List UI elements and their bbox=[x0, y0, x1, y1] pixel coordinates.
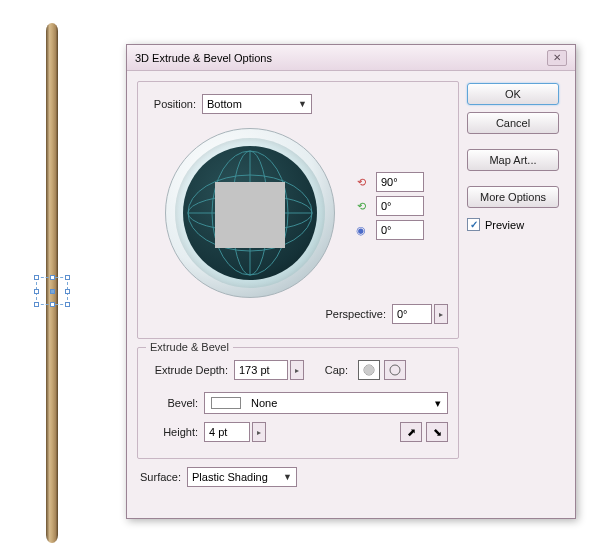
perspective-input[interactable]: 0° bbox=[392, 304, 432, 324]
bevel-in-button[interactable]: ⬈ bbox=[400, 422, 422, 442]
cap-label: Cap: bbox=[312, 364, 354, 376]
depth-stepper[interactable]: ▸ bbox=[290, 360, 304, 380]
map-art-button[interactable]: Map Art... bbox=[467, 149, 559, 171]
chevron-down-icon: ▼ bbox=[283, 472, 292, 482]
position-label: Position: bbox=[148, 98, 202, 110]
chevron-down-icon: ▼ bbox=[298, 99, 307, 109]
perspective-label: Perspective: bbox=[325, 308, 392, 320]
bevel-dropdown[interactable]: None ▾ bbox=[204, 392, 448, 414]
rotate-z-input[interactable]: 0° bbox=[376, 220, 424, 240]
extrude-bevel-legend: Extrude & Bevel bbox=[146, 341, 233, 353]
cancel-button[interactable]: Cancel bbox=[467, 112, 559, 134]
preview-cube-face bbox=[215, 182, 285, 248]
svg-point-9 bbox=[390, 365, 400, 375]
perspective-stepper[interactable]: ▸ bbox=[434, 304, 448, 324]
bevel-swatch-icon bbox=[211, 397, 241, 409]
cap-off-button[interactable] bbox=[384, 360, 406, 380]
chevron-down-icon: ▾ bbox=[435, 397, 441, 410]
rotate-z-icon: ◉ bbox=[352, 224, 370, 237]
checkmark-icon: ✓ bbox=[467, 218, 480, 231]
bevel-label: Bevel: bbox=[148, 397, 204, 409]
3d-orientation-preview[interactable] bbox=[165, 128, 335, 298]
preview-label: Preview bbox=[485, 219, 524, 231]
ok-button[interactable]: OK bbox=[467, 83, 559, 105]
bevel-out-button[interactable]: ⬊ bbox=[426, 422, 448, 442]
extrude-depth-input[interactable]: 173 pt bbox=[234, 360, 288, 380]
surface-label: Surface: bbox=[137, 471, 187, 483]
preview-checkbox[interactable]: ✓ Preview bbox=[467, 218, 567, 231]
cap-on-button[interactable] bbox=[358, 360, 380, 380]
rotate-y-icon: ⟲ bbox=[352, 200, 370, 213]
extrude-bevel-dialog: 3D Extrude & Bevel Options ✕ Position: B… bbox=[126, 44, 576, 519]
dialog-title: 3D Extrude & Bevel Options bbox=[135, 52, 272, 64]
selection-bounds[interactable] bbox=[36, 277, 68, 305]
more-options-button[interactable]: More Options bbox=[467, 186, 559, 208]
surface-dropdown[interactable]: Plastic Shading ▼ bbox=[187, 467, 297, 487]
bevel-height-label: Height: bbox=[148, 426, 204, 438]
height-stepper[interactable]: ▸ bbox=[252, 422, 266, 442]
svg-point-8 bbox=[364, 365, 374, 375]
extrude-depth-label: Extrude Depth: bbox=[148, 364, 234, 376]
bevel-height-input[interactable]: 4 pt bbox=[204, 422, 250, 442]
rotate-y-input[interactable]: 0° bbox=[376, 196, 424, 216]
rotate-x-icon: ⟲ bbox=[352, 176, 370, 189]
dialog-titlebar[interactable]: 3D Extrude & Bevel Options ✕ bbox=[127, 45, 575, 71]
rotate-x-input[interactable]: 90° bbox=[376, 172, 424, 192]
close-icon[interactable]: ✕ bbox=[547, 50, 567, 66]
position-dropdown[interactable]: Bottom ▼ bbox=[202, 94, 312, 114]
